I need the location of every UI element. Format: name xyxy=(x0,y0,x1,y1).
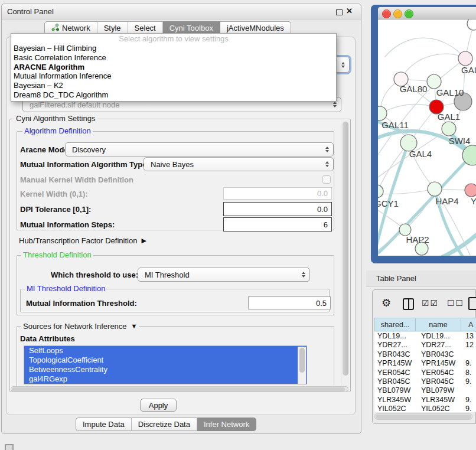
list-item[interactable]: BetweennessCentrality xyxy=(24,365,307,374)
kernel-width-label: Kernel Width (0,1): xyxy=(20,190,88,198)
scrollbar-thumb[interactable] xyxy=(12,387,345,392)
table-row[interactable]: YDR27...YDR27...12 xyxy=(374,341,476,350)
combo-arrows-icon xyxy=(325,161,329,167)
table-row[interactable]: YIL052CYIL052C9. xyxy=(374,405,476,412)
panel-title: Control Panel xyxy=(7,4,54,19)
manual-kernel-checkbox[interactable] xyxy=(322,175,331,184)
threshold-definition-title: Threshold Definition xyxy=(21,251,93,259)
column-header[interactable]: name xyxy=(415,318,461,331)
settings-horizontal-scrollbar[interactable] xyxy=(11,386,348,392)
network-node[interactable] xyxy=(442,122,456,136)
mi-type-combo[interactable]: Naive Bayes xyxy=(144,157,334,171)
zoom-traffic-light[interactable] xyxy=(405,9,413,18)
network-node[interactable] xyxy=(427,74,441,89)
network-node[interactable] xyxy=(378,106,387,120)
combo-arrows-icon xyxy=(341,62,345,68)
network-node[interactable] xyxy=(378,185,383,198)
tab-impute-data[interactable]: Impute Data xyxy=(76,418,132,431)
mi-type-label: Mutual Information Algorithm Type: xyxy=(20,160,149,169)
network-window-titlebar[interactable] xyxy=(378,7,476,19)
list-item[interactable]: TopologicalCoefficient xyxy=(24,356,307,365)
expanded-arrow-icon: ▼ xyxy=(131,322,138,330)
network-node[interactable] xyxy=(467,19,476,30)
table-row[interactable]: YPR145WYPR145W9. xyxy=(374,359,476,368)
mi-threshold-label: Mutual Information Threshold: xyxy=(26,299,137,308)
node-label: SWI4 xyxy=(449,136,471,146)
tab-discretize-data[interactable]: Discretize Data xyxy=(132,418,197,431)
collapsed-arrow-icon: ▶ xyxy=(141,237,146,244)
network-edge[interactable] xyxy=(378,189,435,194)
column-header[interactable]: shared... xyxy=(374,318,416,331)
apply-button[interactable]: Apply xyxy=(140,399,177,412)
network-node[interactable] xyxy=(458,51,472,66)
popup-item[interactable]: Mutual Information Inference xyxy=(11,71,336,81)
scrollbar-thumb[interactable] xyxy=(343,122,348,376)
node-label: HAP4 xyxy=(435,196,458,206)
tab-infer-network[interactable]: Infer Network xyxy=(197,418,256,431)
dpi-tolerance-label: DPI Tolerance [0,1]: xyxy=(20,205,91,214)
float-window-icon[interactable] xyxy=(336,9,343,15)
algorithm-definition-title: Algorithm Definition xyxy=(22,127,93,135)
table-row[interactable]: YBR045CYBR045C9. xyxy=(374,377,476,386)
close-traffic-light[interactable] xyxy=(382,9,391,18)
table-row[interactable]: YER054CYER054C8. xyxy=(374,369,476,377)
network-node[interactable] xyxy=(428,182,442,196)
network-graph: GALGAL80GAL10GAL1GAL11SWI4GAL4GCY1HAP4YH… xyxy=(378,19,476,256)
network-edge[interactable] xyxy=(380,104,436,113)
data-attributes-label: Data Attributes xyxy=(20,334,75,343)
table-panel-title: Table Panel xyxy=(376,270,416,287)
export-table-icon[interactable] xyxy=(468,297,476,310)
network-node[interactable] xyxy=(465,184,476,197)
mi-threshold-definition-title: MI Threshold Definition xyxy=(25,285,107,293)
column-header[interactable]: A xyxy=(461,318,476,331)
hub-definition-expander[interactable]: Hub/Transcription Factor Definition ▶ xyxy=(19,236,146,245)
kernel-width-field[interactable]: 0.0 xyxy=(223,187,332,200)
popup-item[interactable]: ARACNE Algorithm xyxy=(11,63,336,72)
control-panel-titlebar: Control Panel ✕ xyxy=(2,4,361,19)
minimize-traffic-light[interactable] xyxy=(393,9,402,18)
scrollbar-thumb[interactable] xyxy=(299,348,305,373)
close-icon[interactable]: ✕ xyxy=(346,6,353,15)
network-edge[interactable] xyxy=(385,38,465,58)
table-row[interactable]: YLR345WYLR345W9. xyxy=(374,396,476,405)
columns-icon[interactable] xyxy=(403,298,414,310)
settings-vertical-scrollbar[interactable] xyxy=(341,120,349,391)
which-threshold-label: Which threshold to use: xyxy=(51,270,138,279)
panel-dock-icon[interactable] xyxy=(5,444,14,450)
mi-threshold-field[interactable]: 0.5 xyxy=(248,296,331,309)
settings-box-title: Cyni Algorithm Settings xyxy=(14,115,97,123)
scrollbar-thumb[interactable] xyxy=(376,415,471,419)
node-label: HAP2 xyxy=(406,234,429,244)
node-label: GCY1 xyxy=(378,198,399,208)
popup-item[interactable]: Bayesian – Hill Climbing xyxy=(11,44,336,53)
popup-item[interactable]: Bayesian – K2 xyxy=(11,81,336,90)
popup-item[interactable]: Basic Correlation Inference xyxy=(11,53,336,63)
select-all-checkboxes-icon[interactable]: ☑☑ xyxy=(422,298,439,308)
dpi-tolerance-field[interactable]: 0.0 xyxy=(223,202,332,216)
table-horizontal-scrollbar[interactable] xyxy=(374,413,472,420)
aracne-mode-combo[interactable]: Discovery xyxy=(65,142,334,156)
table-row[interactable]: YDL19...YDL19...13 xyxy=(374,332,476,341)
network-node[interactable] xyxy=(399,224,411,236)
node-label: GAL1 xyxy=(438,112,460,122)
network-canvas[interactable]: GALGAL80GAL10GAL1GAL11SWI4GAL4GCY1HAP4YH… xyxy=(378,19,476,256)
table-row[interactable]: YBR043CYBR043C xyxy=(374,350,476,359)
node-label: GAL11 xyxy=(382,120,409,130)
sources-expander[interactable]: Sources for Network Inference ▼ xyxy=(21,322,139,330)
node-label: GAL80 xyxy=(400,84,428,94)
table-body: YDL19...YDL19...13YDR27...YDR27...12YBR0… xyxy=(374,332,476,412)
combo-arrows-icon xyxy=(333,102,337,107)
deselect-all-checkboxes-icon[interactable]: ☐☐ xyxy=(447,298,464,308)
list-vertical-scrollbar[interactable] xyxy=(298,347,306,384)
mi-steps-field[interactable]: 6 xyxy=(223,217,332,231)
popup-item[interactable]: Dream8 DC_TDC Algorithm xyxy=(11,90,336,100)
gear-icon[interactable]: ⚙ xyxy=(382,296,391,310)
table-row[interactable]: YBL079WYBL079W xyxy=(374,386,476,395)
which-threshold-combo[interactable]: MI Threshold xyxy=(138,268,310,282)
list-item[interactable]: SelfLoops xyxy=(24,346,307,356)
node-label: GAL xyxy=(461,65,476,75)
data-attributes-list[interactable]: SelfLoopsTopologicalCoefficientBetweenne… xyxy=(24,345,307,384)
manual-kernel-label: Manual Kernel Width Definition xyxy=(20,175,133,184)
list-item[interactable]: gal4RGexp xyxy=(24,374,307,384)
aracne-mode-label: Aracne Mode: xyxy=(20,145,71,154)
